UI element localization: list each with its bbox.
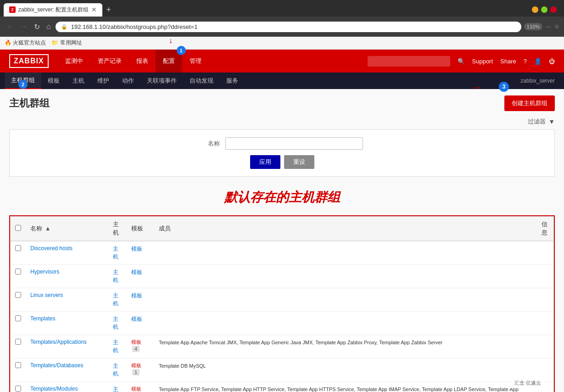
new-tab-button[interactable]: + [106,5,111,15]
row-name-cell: Templates/Databases [26,358,108,382]
hosts-link[interactable]: 主机 [113,316,118,330]
table-row: Templates 主机 模板 [11,312,554,335]
hosts-link[interactable]: 主机 [113,386,118,392]
nav-reports[interactable]: 报表 [129,50,156,73]
hosts-link[interactable]: 主机 [113,339,118,353]
main-navigation: 监测中 资产记录 报表 配置 1 ↓ 管理 [58,50,358,73]
search-icon[interactable]: 🔍 [458,58,465,65]
close-button[interactable] [550,6,557,13]
templates-link[interactable]: 模板 [131,292,142,299]
row-name-cell: Hypervisors [26,265,108,288]
subnav-left: 主机群组 2 模板 主机 维护 动作 关联项事件 自动发现 服务 [5,73,245,89]
row-templates-cell: 模板 [127,241,154,265]
filter-box: 名称 应用 重设 [9,129,555,177]
row-checkbox[interactable] [15,292,21,298]
tab-close-button[interactable]: ✕ [91,6,97,13]
hostgroup-link[interactable]: Templates/Databases [30,362,83,369]
row-checkbox[interactable] [15,245,21,251]
hosts-link[interactable]: 主机 [113,246,118,260]
row-checkbox[interactable] [15,315,21,321]
forward-button[interactable]: → [18,21,29,33]
filter-name-input[interactable] [225,137,363,150]
subnav-correlation[interactable]: 关联项事件 [140,73,183,89]
nav-monitoring[interactable]: 监测中 [58,50,90,73]
hostgroups-table: 名称 ▲ 主机 模板 成员 信息 [10,216,554,392]
nav-admin[interactable]: 管理 [182,50,209,73]
back-button[interactable]: ← [5,21,16,33]
templates-link[interactable]: 模板 [131,246,142,252]
row-members-cell: Template DB MySQL [154,358,536,382]
hostgroup-link[interactable]: Linux servers [30,292,63,298]
bookmark-icon[interactable]: ☆ [554,23,559,30]
subnav-hostgroups[interactable]: 主机群组 2 [5,73,41,89]
hostgroup-link[interactable]: Hypervisors [30,269,59,275]
subnav-actions[interactable]: 动作 [116,73,140,89]
row-templates-cell: 模板 [127,265,154,288]
hostgroup-link[interactable]: Templates/Applications [30,339,87,345]
filter-icon[interactable]: ▼ [548,118,555,125]
templates-link-count[interactable]: 模板 4 [131,339,141,352]
active-tab[interactable]: Z zabbix_server: 配置主机群组 ✕ [4,3,102,17]
watermark-text: 默认存在的主机群组 [9,184,555,215]
subnav-services[interactable]: 服务 [220,73,245,89]
support-link[interactable]: Support [472,58,493,65]
reload-button[interactable]: ↻ [32,21,42,33]
bookmark-common[interactable]: 📁 常用网址 [51,39,82,47]
templates-link[interactable]: 模板 [131,316,142,322]
row-name-cell: Templates/Applications [26,335,108,358]
subnav-discovery[interactable]: 自动发现 [183,73,220,89]
hostgroup-link[interactable]: Discovered hosts [30,245,73,252]
subnav-hosts[interactable]: 主机 [66,73,91,89]
home-button[interactable]: ⌂ [45,21,53,33]
hosts-link[interactable]: 主机 [113,292,118,307]
bookmarks-bar: 🔥 火狐官方站点 📁 常用网址 [0,37,564,50]
bookmark-firefox[interactable]: 🔥 火狐官方站点 [5,39,46,47]
maximize-button[interactable] [541,6,547,13]
subnav-maintenance[interactable]: 维护 [91,73,116,89]
hosts-link[interactable]: 主机 [113,269,118,283]
table-row: Templates/Applications 主机 模板 4 T [11,335,554,358]
select-all-checkbox[interactable] [15,225,21,231]
templates-link-count[interactable]: 模板 1 [131,363,141,375]
table-header-row: 名称 ▲ 主机 模板 成员 信息 [11,217,554,241]
table-row: Templates/Databases 主机 模板 1 Temp [11,358,554,382]
members-list: Template DB MySQL [159,362,531,370]
create-hostgroup-button[interactable]: 创建主机群组 [504,95,555,111]
row-checkbox[interactable] [15,362,21,368]
hosts-link[interactable]: 主机 [113,363,118,377]
nav-assets[interactable]: 资产记录 [90,50,129,73]
nav-config[interactable]: 配置 1 ↓ [156,50,182,73]
row-checkbox[interactable] [15,386,21,392]
logout-icon[interactable]: ⏻ [549,58,555,65]
apply-filter-button[interactable]: 应用 [250,155,280,169]
name-column-header[interactable]: 名称 ▲ [26,217,108,241]
members-list: Template App FTP Service, Template App H… [159,386,531,392]
security-lock-icon: 🔒 [61,24,67,30]
row-templates-cell: 模板 [127,312,154,335]
row-checkbox-cell [11,241,26,265]
row-checkbox[interactable] [15,339,21,345]
minimize-button[interactable] [532,6,538,13]
share-link[interactable]: Share [500,58,516,65]
url-bar[interactable]: 🔒 [56,22,521,32]
subnav-templates[interactable]: 模板 [41,73,66,89]
help-icon[interactable]: ? [524,58,527,65]
hostgroup-link[interactable]: Templates [30,315,56,322]
row-members-cell [154,265,536,288]
row-info-cell [536,288,554,312]
url-input[interactable] [71,23,516,30]
templates-link[interactable]: 模板 [131,269,142,275]
templates-link-count[interactable]: 模板 31 [131,386,142,392]
global-search[interactable] [368,56,450,67]
info-column-header: 信息 [536,217,554,241]
row-checkbox-cell [11,382,26,392]
row-hosts-cell: 主机 [108,382,127,392]
hostgroup-link[interactable]: Templates/Modules [30,386,78,392]
filter-name-row: 名称 [17,137,547,150]
user-icon[interactable]: 👤 [534,58,542,65]
options-icon[interactable]: ··· [546,23,551,30]
reset-filter-button[interactable]: 重设 [284,155,314,169]
row-checkbox[interactable] [15,269,21,274]
row-name-cell: Templates/Modules [26,382,108,392]
filter-name-label: 名称 [201,140,220,148]
